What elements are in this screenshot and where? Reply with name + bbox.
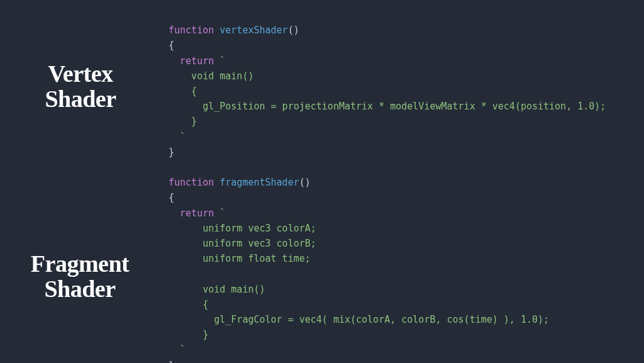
backtick-open: ` [219, 208, 225, 219]
function-name-fragmentShader: fragmentShader [219, 177, 299, 188]
brace-close: } [169, 147, 174, 158]
fragment-shader-body-line: uniform vec3 colorB; [169, 238, 316, 249]
brace-open: { [169, 192, 174, 203]
fragment-shader-body-line: } [169, 329, 208, 340]
fragment-label-line1: Fragment [31, 250, 129, 277]
backtick-close: ` [180, 344, 186, 355]
fragment-shader-label: Fragment Shader [8, 252, 152, 302]
vertex-shader-body-line [169, 131, 180, 143]
brace-close: } [169, 360, 174, 363]
fragment-shader-body-line: void main() [169, 284, 265, 295]
vertex-label-line2: Shader [45, 86, 116, 112]
function-name-vertexShader: vertexShader [219, 25, 287, 36]
brace-open: { [169, 40, 174, 51]
fragment-shader-body-line: uniform float time; [169, 253, 311, 264]
fragment-shader-body-line [169, 344, 180, 355]
vertex-shader-body-line: gl_Position = projectionMatrix * modelVi… [169, 101, 606, 112]
keyword-return: return [180, 55, 214, 67]
fragment-shader-body-line: { [169, 299, 208, 310]
vertex-shader-body-line: { [169, 86, 197, 97]
backtick-close: ` [180, 131, 186, 143]
keyword-return: return [180, 208, 214, 219]
vertex-shader-body-line: } [169, 116, 197, 127]
keyword-function: function [169, 25, 214, 36]
keyword-function: function [169, 177, 214, 188]
fragment-label-line2: Shader [44, 276, 115, 302]
parens: () [299, 177, 311, 188]
parens: () [288, 25, 299, 36]
vertex-label-line1: Vertex [48, 60, 113, 87]
fragment-shader-body-line: uniform vec3 colorA; [169, 223, 316, 234]
vertex-shader-body-line: void main() [169, 70, 253, 82]
backtick-open: ` [219, 55, 225, 67]
fragment-shader-body-line: gl_FragColor = vec4( mix(colorA, colorB,… [169, 314, 549, 325]
code-block: function vertexShader() { return ` void … [169, 8, 606, 363]
vertex-shader-label: Vertex Shader [18, 62, 143, 112]
